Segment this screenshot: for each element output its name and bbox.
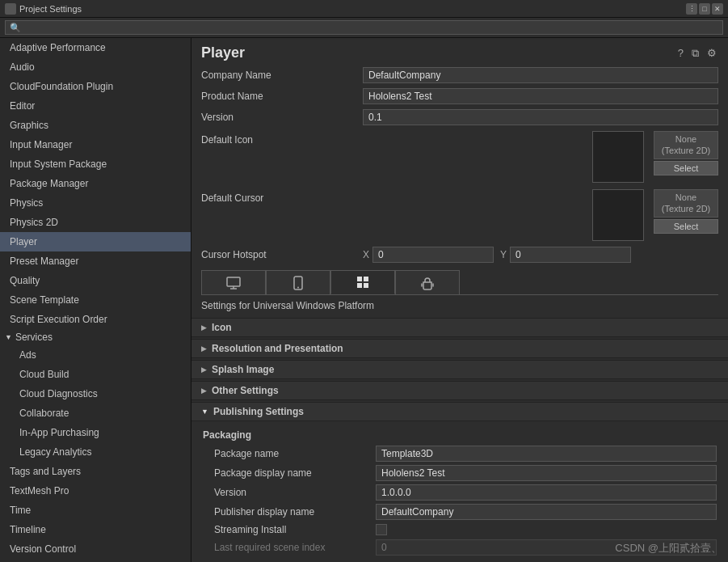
y-field: Y [500,247,631,263]
sidebar-group-services[interactable]: ▼ Services [0,329,191,345]
package-display-name-input[interactable] [376,465,717,481]
sidebar-item-adaptive-performance[interactable]: Adaptive Performance [0,38,191,57]
section-splash[interactable]: ▶ Splash Image [191,360,728,379]
header-icons: ? ⧉ ⚙ [676,45,718,61]
sidebar-item-player[interactable]: Player [0,232,191,251]
page-title: Player [201,44,245,61]
sidebar-item-physics[interactable]: Physics [0,193,191,213]
version-row: Version [191,107,728,128]
other-section-title: Other Settings [212,385,279,396]
content-header: Player ? ⧉ ⚙ [191,38,728,65]
icon-section-arrow: ▶ [201,323,207,332]
layout-icon-btn[interactable]: ⧉ [690,45,701,61]
sidebar-item-cloud-diagnostics[interactable]: Cloud Diagnostics [0,384,191,404]
sidebar-item-script-execution[interactable]: Script Execution Order [0,310,191,329]
watermark: CSDN @上阳贰拾壹、 [615,541,722,556]
svg-rect-7 [357,283,362,288]
sidebar-item-cloud-build[interactable]: Cloud Build [0,365,191,384]
sidebar-item-legacy-analytics[interactable]: Legacy Analytics [0,442,191,462]
section-icon[interactable]: ▶ Icon [191,318,728,337]
pub-version-input[interactable] [376,484,717,501]
default-cursor-label: Default Cursor [201,189,363,204]
company-name-row: Company Name [191,65,728,86]
x-field: X [363,247,494,263]
platform-tab-android[interactable] [395,270,460,294]
package-name-row: Package name [191,444,728,463]
sidebar-item-graphics[interactable]: Graphics [0,116,191,135]
sidebar-item-collaborate[interactable]: Collaborate [0,404,191,423]
publisher-display-name-row: Publisher display name [191,502,728,522]
cursor-hotspot-row: Cursor Hotspot X Y [191,244,728,265]
version-input[interactable] [363,109,718,125]
main-layout: Adaptive Performance Audio CloudFoundati… [0,38,728,562]
help-icon-btn[interactable]: ? [676,45,685,61]
default-cursor-select-btn[interactable]: Select [654,219,718,234]
sidebar-item-in-app-purchasing[interactable]: In-App Purchasing [0,423,191,442]
settings-icon-btn[interactable]: ⚙ [705,45,718,61]
y-input[interactable] [510,247,631,263]
company-name-input[interactable] [363,67,718,83]
default-cursor-preview [592,189,644,241]
title-bar-menu-btn[interactable]: ⋮ [686,3,697,15]
sidebar-item-ads[interactable]: Ads [0,345,191,365]
sidebar-item-timeline[interactable]: Timeline [0,520,191,539]
sidebar-item-editor[interactable]: Editor [0,96,191,116]
sidebar-item-audio[interactable]: Audio [0,57,191,77]
product-name-input[interactable] [363,88,718,104]
publishing-arrow: ▼ [201,408,208,416]
product-name-row: Product Name [191,86,728,107]
android-icon [419,275,436,291]
publisher-display-name-label: Publisher display name [214,506,376,518]
platform-tab-desktop[interactable] [201,270,266,294]
package-display-name-label: Package display name [214,467,376,479]
splash-section-arrow: ▶ [201,366,207,374]
default-icon-area: Default Icon None (Texture 2D) Select [191,128,728,186]
settings-for-label: Settings for Universal Windows Platform [191,295,728,316]
sidebar-item-input-manager[interactable]: Input Manager [0,135,191,154]
title-bar: Project Settings ⋮ □ ✕ [0,0,728,18]
package-name-label: Package name [214,448,376,459]
section-resolution[interactable]: ▶ Resolution and Presentation [191,339,728,358]
title-bar-close-btn[interactable]: ✕ [712,3,723,15]
streaming-install-checkbox[interactable] [376,524,387,535]
publishing-settings-header[interactable]: ▼ Publishing Settings [191,402,728,421]
default-icon-select-btn[interactable]: Select [654,161,718,175]
certificate-section: Certificate [191,557,728,562]
publishing-title: Publishing Settings [213,406,304,417]
platform-tab-mobile[interactable] [266,270,330,294]
default-icon-preview [592,131,644,183]
platform-tab-windows[interactable] [330,270,395,294]
streaming-install-row: Streaming Install [191,522,728,538]
sidebar-item-preset-manager[interactable]: Preset Manager [0,251,191,271]
sidebar-item-textmesh[interactable]: TextMesh Pro [0,481,191,501]
sidebar-item-package-manager[interactable]: Package Manager [0,174,191,193]
none-texture-label: None (Texture 2D) [654,131,718,159]
search-bar: 🔍 [0,18,728,38]
sidebar-item-physics2d[interactable]: Physics 2D [0,213,191,232]
content-area: Player ? ⧉ ⚙ Company Name Product Name V… [191,38,728,562]
other-section-arrow: ▶ [201,387,207,395]
sidebar-item-version-control[interactable]: Version Control [0,539,191,559]
sidebar-item-input-system[interactable]: Input System Package [0,154,191,174]
resolution-section-title: Resolution and Presentation [212,343,343,354]
svg-rect-0 [227,277,240,286]
xy-fields: X Y [363,247,631,263]
company-name-label: Company Name [201,70,363,81]
sidebar-item-tags-layers[interactable]: Tags and Layers [0,462,191,481]
sidebar-group-services-label: Services [15,332,53,343]
package-name-input[interactable] [376,446,717,462]
sidebar-item-scene-template[interactable]: Scene Template [0,290,191,310]
x-input[interactable] [372,247,494,263]
search-input[interactable] [5,20,723,35]
version-label: Version [201,112,363,123]
sidebar-group-xr[interactable]: ▼ XR Plug-in Management [0,559,191,562]
sidebar-item-cloudfoundation[interactable]: CloudFoundation Plugin [0,77,191,96]
platform-tabs [201,270,718,295]
sidebar-item-quality[interactable]: Quality [0,271,191,290]
section-other[interactable]: ▶ Other Settings [191,381,728,400]
svg-rect-8 [364,283,368,288]
sidebar: Adaptive Performance Audio CloudFoundati… [0,38,191,562]
sidebar-item-time[interactable]: Time [0,501,191,520]
title-bar-restore-btn[interactable]: □ [699,3,710,15]
publisher-display-name-input[interactable] [376,504,717,520]
